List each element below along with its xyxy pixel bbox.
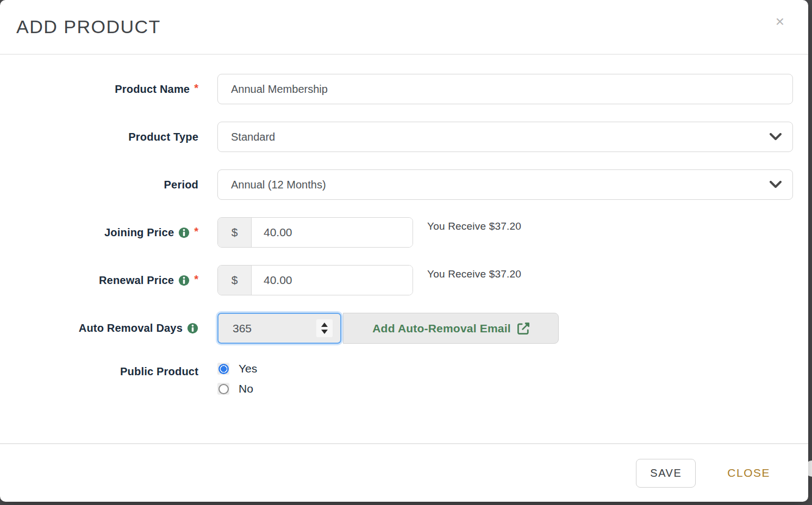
modal-title: ADD PRODUCT: [16, 16, 161, 37]
renewal-price-label: Renewal Price: [99, 274, 174, 287]
stepper-down-icon[interactable]: [321, 330, 328, 334]
joining-price-receive-text: You Receive $37.20: [427, 217, 521, 232]
renewal-price-input-group: $: [217, 265, 413, 295]
modal-header: ADD PRODUCT ×: [0, 0, 808, 55]
info-icon[interactable]: [187, 323, 198, 334]
product-type-label: Product Type: [128, 131, 198, 143]
auto-removal-days-row: Auto Removal Days: [0, 313, 793, 344]
radio-selected-icon[interactable]: [218, 364, 229, 374]
renewal-price-receive-text: You Receive $37.20: [427, 265, 521, 280]
required-asterisk: *: [194, 273, 198, 286]
chevron-down-icon: [770, 181, 782, 188]
add-auto-removal-email-button[interactable]: Add Auto-Removal Email: [343, 313, 559, 344]
product-name-input[interactable]: [217, 74, 793, 104]
product-type-selected-value: Standard: [231, 131, 275, 143]
product-name-label: Product Name: [115, 83, 190, 96]
stepper-up-icon[interactable]: [321, 323, 328, 327]
product-name-row: Product Name *: [0, 74, 793, 104]
joining-price-input[interactable]: [252, 218, 413, 247]
period-selected-value: Annual (12 Months): [231, 179, 326, 191]
joining-price-row: Joining Price * $ You Receive $37.20: [0, 217, 793, 248]
public-product-option-yes[interactable]: Yes: [217, 362, 257, 375]
save-button[interactable]: SAVE: [636, 459, 696, 488]
period-row: Period Annual (12 Months): [0, 169, 793, 200]
product-type-select[interactable]: Standard: [217, 122, 793, 152]
number-stepper[interactable]: [316, 319, 333, 337]
external-link-icon: [517, 323, 529, 334]
add-auto-removal-email-label: Add Auto-Removal Email: [372, 322, 510, 335]
currency-symbol: $: [218, 218, 252, 247]
info-icon[interactable]: [178, 275, 190, 286]
close-icon[interactable]: ×: [776, 14, 784, 29]
info-icon[interactable]: [178, 227, 190, 238]
radio-label-yes: Yes: [239, 362, 257, 375]
auto-removal-days-field: [217, 313, 341, 344]
radio-unselected-icon[interactable]: [218, 384, 229, 394]
period-label: Period: [164, 179, 198, 191]
joining-price-label: Joining Price: [104, 226, 174, 239]
public-product-radio-group: Yes No: [217, 361, 257, 395]
modal-footer: SAVE CLOSE: [0, 443, 808, 502]
joining-price-input-group: $: [217, 217, 413, 248]
radio-label-no: No: [239, 382, 253, 395]
public-product-option-no[interactable]: No: [217, 382, 257, 395]
modal-body: Product Name * Product Type Standard: [0, 55, 808, 443]
add-product-modal: ADD PRODUCT × Product Name * Product Typ…: [0, 0, 808, 502]
product-type-row: Product Type Standard: [0, 122, 793, 152]
required-asterisk: *: [194, 82, 198, 94]
auto-removal-days-label: Auto Removal Days: [79, 322, 183, 334]
currency-symbol: $: [218, 266, 252, 295]
auto-removal-days-group: Add Auto-Removal Email: [217, 313, 559, 344]
public-product-label: Public Product: [120, 365, 198, 378]
required-asterisk: *: [194, 225, 198, 238]
chevron-down-icon: [770, 133, 782, 141]
renewal-price-row: Renewal Price * $ You Receive $37.20: [0, 265, 793, 295]
close-button[interactable]: CLOSE: [727, 466, 770, 479]
period-select[interactable]: Annual (12 Months): [217, 169, 793, 200]
auto-removal-days-input[interactable]: [218, 322, 300, 335]
public-product-row: Public Product Yes No: [0, 361, 793, 395]
renewal-price-input[interactable]: [252, 266, 413, 295]
